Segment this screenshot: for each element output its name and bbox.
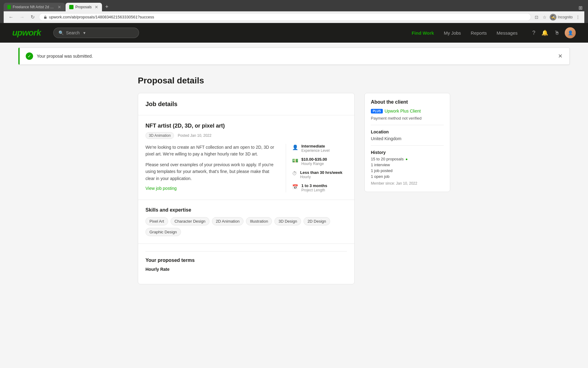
bookmark-icon[interactable]: ☆	[541, 13, 548, 21]
browser-tab-2[interactable]: Proposals ✕	[66, 3, 102, 11]
history-section: History 15 to 20 proposals ● 1 interview…	[371, 150, 444, 186]
hours-sub: Hourly	[300, 175, 342, 179]
location-section: Location United Kingdom	[371, 129, 444, 141]
browser-chrome: Freelance Nft Artist 2d 3d Job... ✕ Prop…	[0, 0, 588, 23]
lock-icon	[43, 15, 47, 19]
skill-pixel-art: Pixel Art	[145, 217, 168, 225]
view-posting-link[interactable]: View job posting	[145, 186, 177, 191]
hours-label: Less than 30 hrs/week	[300, 170, 342, 175]
stat-length: 📅 1 to 3 months Project Length	[292, 183, 347, 192]
menu-button[interactable]: ⋮	[575, 13, 581, 21]
tab-2-close[interactable]: ✕	[95, 5, 98, 10]
length-label: 1 to 3 months	[301, 183, 327, 188]
skill-illustration: Illustration	[246, 217, 272, 225]
close-banner-button[interactable]: ✕	[557, 52, 563, 60]
nav-icons: ⊡ ☆ 🕵 Incognito ⋮	[533, 13, 581, 21]
hourly-rate-label: Hourly Rate	[145, 267, 347, 272]
experience-sub: Experience Level	[301, 148, 330, 153]
member-since: Member since: Jan 10, 2022	[371, 181, 444, 186]
location-value: United Kingdom	[371, 136, 444, 141]
sidebar-divider-2	[371, 145, 444, 146]
content-layout: Job details NFT artist (2D, 3D, or pixel…	[138, 93, 450, 284]
logo[interactable]: upwork	[12, 28, 41, 38]
job-details-header-section: Job details	[138, 93, 354, 115]
svg-rect-2	[44, 17, 47, 19]
about-client-section: About the client PLUS Upwork Plus Client…	[371, 99, 444, 121]
payment-status: Payment method not verified	[371, 116, 444, 121]
app: upwork 🔍 Search ▾ Find Work My Jobs Repo…	[0, 23, 588, 366]
stat-hours: ⏱ Less than 30 hrs/week Hourly	[292, 170, 347, 179]
success-banner: ✓ Your proposal was submitted. ✕	[18, 48, 570, 65]
svg-point-1	[70, 6, 73, 8]
cast-icon[interactable]: ⊡	[533, 13, 540, 21]
job-desc-col: We're looking to create an NFT collectio…	[145, 144, 278, 192]
browser-tab-1[interactable]: Freelance Nft Artist 2d 3d Job... ✕	[4, 3, 65, 11]
job-details-card: Job details NFT artist (2D, 3D, or pixel…	[138, 93, 355, 284]
history-proposals: 15 to 20 proposals ●	[371, 157, 444, 161]
skill-2d-design: 2D Design	[303, 217, 330, 225]
browser-tabs: Freelance Nft Artist 2d 3d Job... ✕ Prop…	[4, 2, 584, 11]
job-description-2: Please send over examples of your previo…	[145, 161, 278, 182]
history-interviews: 1 interview	[371, 163, 444, 167]
clock-icon: ⏱	[292, 171, 297, 176]
nav-messages[interactable]: Messages	[493, 28, 521, 38]
expand-button[interactable]: ⊞	[577, 4, 584, 11]
skills-title: Skills and expertise	[145, 207, 347, 213]
about-client-title: About the client	[371, 99, 444, 105]
history-jobs-posted: 1 job posted	[371, 168, 444, 173]
history-label: History	[371, 150, 444, 155]
page-title: Proposal details	[138, 76, 450, 86]
notifications-icon[interactable]: 🔔	[540, 28, 549, 37]
job-content-section: NFT artist (2D, 3D, or pixel art) 3D Ani…	[138, 115, 354, 200]
sidebar-card: About the client PLUS Upwork Plus Client…	[364, 93, 450, 192]
plus-badge: PLUS	[371, 109, 383, 113]
sidebar: About the client PLUS Upwork Plus Client…	[364, 93, 450, 192]
history-open-jobs: 1 open job	[371, 174, 444, 179]
post-date: Posted Jan 10, 2022	[178, 133, 211, 138]
job-details-section-title: Job details	[145, 101, 347, 108]
open-jobs-text: 1 open job	[371, 174, 390, 179]
cursor-icon[interactable]: 🖱	[553, 29, 561, 37]
incognito-label: Incognito	[558, 15, 573, 19]
search-bar[interactable]: 🔍 Search ▾	[53, 28, 139, 38]
skills-list: Pixel Art Character Design 2D Animation …	[145, 217, 347, 236]
forward-button[interactable]: →	[18, 14, 26, 21]
address-text: upwork.com/ab/proposals/1480834621563330…	[49, 15, 154, 19]
plus-client-link[interactable]: Upwork Plus Client	[385, 109, 421, 113]
search-dropdown-icon: ▾	[83, 30, 85, 35]
nav-find-work[interactable]: Find Work	[408, 28, 438, 38]
divider	[145, 251, 347, 251]
nav-reports[interactable]: Reports	[467, 28, 491, 38]
hourly-label: $10.00-$35.00	[301, 157, 327, 162]
proposed-terms-section: Your proposed terms Hourly Rate	[138, 244, 354, 284]
help-icon[interactable]: ?	[531, 29, 537, 37]
tab-2-label: Proposals	[75, 5, 92, 9]
back-button[interactable]: ←	[7, 14, 15, 21]
user-avatar[interactable]: 👤	[565, 27, 576, 38]
person-icon: 👤	[292, 144, 298, 150]
experience-label: Intermediate	[301, 144, 330, 148]
skills-section: Skills and expertise Pixel Art Character…	[138, 200, 354, 244]
nav-my-jobs[interactable]: My Jobs	[440, 28, 465, 38]
dollar-icon: 💵	[292, 158, 298, 163]
tab-favicon-2	[69, 5, 74, 9]
stat-experience: 👤 Intermediate Experience Level	[292, 144, 347, 153]
incognito-btn[interactable]: 🕵 Incognito	[550, 14, 573, 21]
search-placeholder: Search	[66, 30, 80, 35]
tab-1-label: Freelance Nft Artist 2d 3d Job...	[13, 5, 55, 9]
job-stats: 👤 Intermediate Experience Level 💵	[286, 144, 347, 192]
calendar-icon: 📅	[292, 184, 298, 190]
skill-3d-design: 3D Design	[274, 217, 301, 225]
job-description-1: We're looking to create an NFT collectio…	[145, 144, 278, 158]
new-tab-button[interactable]: +	[103, 2, 111, 11]
address-bar[interactable]: upwork.com/ab/proposals/1480834621563330…	[39, 13, 531, 21]
search-icon: 🔍	[58, 30, 64, 35]
browser-nav: ← → ↻ upwork.com/ab/proposals/1480834621…	[4, 11, 584, 23]
hourly-sub: Hourly Range	[301, 162, 327, 166]
skill-graphic-design: Graphic Design	[145, 228, 181, 236]
skill-2d-animation: 2D Animation	[212, 217, 243, 225]
left-column: Job details NFT artist (2D, 3D, or pixel…	[138, 93, 355, 284]
sidebar-divider-1	[371, 125, 444, 125]
reload-button[interactable]: ↻	[29, 13, 36, 21]
tab-1-close[interactable]: ✕	[58, 5, 61, 10]
